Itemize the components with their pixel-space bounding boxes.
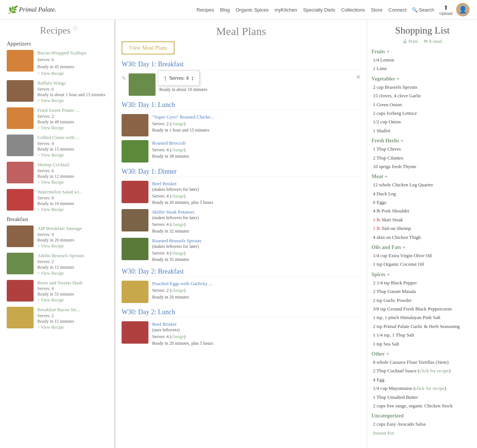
recipe-info: Shrimp Cocktail Serves: 6 Ready in 12 mi… xyxy=(37,162,74,185)
shop-item: 3/8 tsp Ground Fresh Black Peppercorns xyxy=(371,305,473,313)
view-recipe-link[interactable]: > View Recipe xyxy=(37,297,64,303)
meal-name-link[interactable]: Skillet Steak Potatoes xyxy=(152,209,199,215)
nav-recipes[interactable]: Recipes xyxy=(197,7,214,13)
nav-bar: 🌿 Primal Palate. Recipes Blog Organic Sp… xyxy=(0,0,477,20)
recipe-name-link[interactable]: Beets and Sweets Hash xyxy=(37,280,82,286)
shop-item: 2 tsp Garlic Powder xyxy=(371,296,473,305)
shop-section-title: Vegetables + xyxy=(371,76,473,82)
meal-note: (makes leftovers for later) xyxy=(152,244,201,249)
recipe-name-link[interactable]: Bacon-Wrapped Scallops xyxy=(37,50,87,56)
recipe-serves: Serves: 6 xyxy=(37,86,106,92)
view-recipe-link[interactable]: > View Recipe xyxy=(37,271,64,276)
nav-links: Recipes Blog Organic Spices myKitchen Sp… xyxy=(197,7,407,13)
view-recipe-link[interactable]: > View Recipe xyxy=(37,243,64,249)
view-recipe-link[interactable]: > View Recipe xyxy=(37,180,64,185)
day-title: W30: Day 1: Breakfast xyxy=(122,60,361,70)
recipe-name-link[interactable]: Grilled Clams with ... xyxy=(37,135,79,141)
meal-item: Poached Eggs with Garlicky ... Serves: 2… xyxy=(122,281,361,303)
recipe-item: Bacon-Wrapped Scallops Serves: 6 Ready i… xyxy=(7,50,110,76)
shop-item: 1 tsp Organic Coconut Oil xyxy=(371,260,473,268)
nav-organic-spices[interactable]: Organic Spices xyxy=(236,7,269,13)
view-recipe-link[interactable]: > View Recipe xyxy=(37,325,64,330)
meal-name-link[interactable]: Beef Brisket xyxy=(152,321,213,327)
section-breakfast: Breakfast AIP Breakfast Sausage Serves: … xyxy=(7,216,110,331)
nav-search[interactable]: 🔍 Search xyxy=(412,7,434,13)
change-serves[interactable]: change xyxy=(171,147,184,152)
nav-connect[interactable]: Connect xyxy=(389,7,407,13)
serves-tooltip: ↑ Serves: 4 ↕ xyxy=(158,70,200,86)
instant-pot-link[interactable]: Instant Pot xyxy=(373,430,394,436)
plus-icon[interactable]: + xyxy=(387,272,390,278)
shop-item: 1 Tbsp Chives xyxy=(371,145,473,153)
view-meal-plans-button[interactable]: View Meal Plans xyxy=(122,41,175,54)
recipe-serves: Serves: 4 xyxy=(37,232,82,237)
edit-meal-button[interactable]: ✎ xyxy=(122,75,126,82)
plus-icon[interactable]: + xyxy=(402,244,405,250)
recipe-item: Adobo Brussels Sprouts Serves: 2 Ready i… xyxy=(7,253,110,276)
shop-item: 4 Duck Leg xyxy=(371,189,473,198)
nav-store[interactable]: Store xyxy=(371,7,382,13)
meal-close-actions: ✕ xyxy=(356,73,361,81)
change-serves[interactable]: change xyxy=(171,121,184,126)
view-recipe-link[interactable]: > View Recipe xyxy=(37,125,64,130)
plus-icon[interactable]: + xyxy=(396,76,399,82)
shop-section-oils: Oils and Fats + 1/4 cup Extra Virgin Oli… xyxy=(371,244,473,269)
nav-avatar[interactable]: 👤 xyxy=(456,3,470,16)
change-serves[interactable]: change xyxy=(171,334,184,339)
recipe-item: Buffalo Wings Serves: 6 Ready in about 1… xyxy=(7,80,110,104)
email-link[interactable]: ✉ E-mail xyxy=(424,38,442,44)
shop-item: 1 tsp, 1 pinch Himalayan Pink Salt xyxy=(371,313,473,322)
shop-item: 1/4 cup Mayonnaise (click for recipe) xyxy=(371,384,473,392)
recipe-name-link[interactable]: Adobo Brussels Sprouts xyxy=(37,253,84,259)
shop-item: 8 whole Cassava Flour Tortillas (Siete) xyxy=(371,358,473,366)
change-serves[interactable]: change xyxy=(171,250,184,256)
plus-icon[interactable]: + xyxy=(386,351,389,357)
upload-icon: ⬆ xyxy=(443,4,448,11)
nav-mykitchen[interactable]: myKitchen xyxy=(274,7,297,13)
nav-collections[interactable]: Collections xyxy=(341,7,365,13)
plus-icon[interactable]: + xyxy=(385,174,387,180)
view-recipe-link[interactable]: > View Recipe xyxy=(37,71,64,76)
change-serves[interactable]: change xyxy=(171,222,184,227)
view-recipe-link[interactable]: > View Recipe xyxy=(37,152,64,158)
meal-info: Roasted Broccoli Serves: 4 (change) Read… xyxy=(152,140,189,159)
recipe-name-link[interactable]: Shrimp Cocktail xyxy=(37,162,74,168)
shop-item: 1 lb Skirt Steak xyxy=(371,215,473,224)
view-recipe-link[interactable]: > View Recipe xyxy=(37,98,64,103)
recipe-name-link[interactable]: Buffalo Wings xyxy=(37,80,106,86)
recipe-name-link[interactable]: Breakfast Bacon Sti... xyxy=(37,307,80,313)
nav-upload[interactable]: ⬆ Upload xyxy=(439,4,452,16)
print-icon: 🖨 xyxy=(402,38,407,44)
meal-name-link[interactable]: Roasted Brussels Sprouts xyxy=(152,238,201,244)
nav-specialty-diets[interactable]: Specialty Diets xyxy=(303,7,335,13)
plus-icon[interactable]: + xyxy=(401,138,404,144)
meal-name-link[interactable]: Roasted Broccoli xyxy=(152,140,189,146)
recipe-ready: Ready in 15 minutes xyxy=(37,265,84,270)
nav-blog[interactable]: Blog xyxy=(220,7,230,13)
cocktail-sauce-link[interactable]: click for recipe xyxy=(420,368,449,373)
meal-name-link[interactable]: Poached Eggs with Garlicky ... xyxy=(152,281,212,287)
change-serves[interactable]: change xyxy=(171,193,184,199)
meal-item: Beef Brisket (uses leftovers) Serves: 4 … xyxy=(122,321,361,346)
recipe-ready: Ready in about 1 hour and 15 minutes xyxy=(37,92,106,98)
recipe-name-link[interactable]: Fried Sweet Potato ... xyxy=(37,107,79,114)
meal-name-link[interactable]: Beef Brisket xyxy=(152,181,213,187)
view-recipe-link[interactable]: > View Recipe xyxy=(37,207,64,212)
meal-name-link[interactable]: "Super Gyro" Roasted Chicke... xyxy=(152,114,214,120)
close-meal-button[interactable]: ✕ xyxy=(356,73,361,81)
meal-thumb: ↑ Serves: 4 ↕ xyxy=(129,73,156,96)
center-title: Meal Plans xyxy=(122,25,361,38)
sidebar-title: Recipes ⓘ xyxy=(7,25,110,36)
nav-logo[interactable]: 🌿 Primal Palate. xyxy=(7,5,78,14)
recipe-thumb xyxy=(7,253,34,274)
plus-icon[interactable]: + xyxy=(387,49,390,55)
recipe-serves: Serves: 2 xyxy=(37,259,84,265)
recipe-serves: Serves: 4 xyxy=(37,286,82,291)
shop-section-meat: Meat + 12 whole Chicken Leg Quarter 4 Du… xyxy=(371,174,473,242)
recipe-name-link[interactable]: AIP Breakfast Sausage xyxy=(37,225,82,232)
recipe-name-link[interactable]: Watermelon Salad wi... xyxy=(37,189,82,195)
print-link[interactable]: 🖨 Print xyxy=(402,38,418,44)
recipe-item: Fried Sweet Potato ... Serves: 2 Ready i… xyxy=(7,107,110,131)
change-serves[interactable]: change xyxy=(171,288,184,293)
mayo-link[interactable]: click for recipe xyxy=(415,385,445,391)
